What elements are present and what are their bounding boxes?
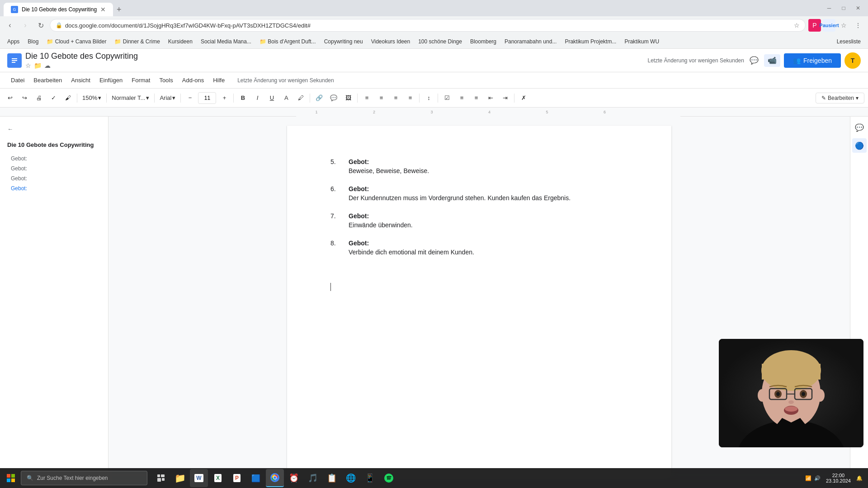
bookmark-star-icon[interactable]: ☆ xyxy=(794,22,800,29)
taskbar-word[interactable]: W xyxy=(190,469,208,487)
justify-button[interactable]: ≡ xyxy=(404,92,416,104)
start-button[interactable] xyxy=(2,469,20,487)
bullet-list-button[interactable]: ≡ xyxy=(455,92,468,104)
bookmark-copywriting[interactable]: Copywriting neu xyxy=(321,37,367,47)
font-size-increase-button[interactable]: + xyxy=(218,92,231,104)
bookmark-bloomberg[interactable]: Bloomberg xyxy=(467,37,500,47)
underline-button[interactable]: U xyxy=(265,92,278,104)
align-center-button[interactable]: ≡ xyxy=(375,92,387,104)
menu-hilfe[interactable]: Hilfe xyxy=(209,75,228,85)
bookmark-praktikum2[interactable]: Praktikum WU xyxy=(621,37,663,47)
italic-button[interactable]: I xyxy=(251,92,264,104)
tab-close-button[interactable]: ✕ xyxy=(100,6,106,13)
star-icon[interactable]: ☆ xyxy=(25,62,31,69)
numbered-list-button[interactable]: ≡ xyxy=(470,92,482,104)
taskbar-app-10[interactable]: 📱 xyxy=(361,469,379,487)
bookmark-button[interactable]: ☆ xyxy=(837,19,850,32)
redo-button[interactable]: ↪ xyxy=(18,92,31,104)
sidebar-back-button[interactable]: ← xyxy=(4,124,104,134)
profile-button[interactable]: Pausiert xyxy=(823,19,835,32)
menu-tools[interactable]: Tools xyxy=(156,75,176,85)
print-button[interactable]: 🖨 xyxy=(33,92,45,104)
bookmark-dinner[interactable]: 📁 Dinner & Crime xyxy=(111,37,163,47)
move-icon[interactable]: 📁 xyxy=(34,62,42,69)
bookmark-100dinge[interactable]: 100 schöne Dinge xyxy=(415,37,466,47)
increase-indent-button[interactable]: ⇥ xyxy=(499,92,511,104)
font-size-decrease-button[interactable]: − xyxy=(184,92,196,104)
line-spacing-button[interactable]: ↕ xyxy=(422,92,435,104)
new-tab-button[interactable]: + xyxy=(113,3,125,16)
image-button[interactable]: 🖼 xyxy=(342,92,354,104)
font-select[interactable]: Arial ▾ xyxy=(157,92,178,104)
taskbar-clock-app[interactable]: ⏰ xyxy=(285,469,303,487)
address-bar[interactable]: 🔒 docs.google.com/document/d/1JSojgHRq3E… xyxy=(50,19,806,32)
spellcheck-button[interactable]: ✓ xyxy=(47,92,60,104)
bold-button[interactable]: B xyxy=(236,92,249,104)
volume-icon[interactable]: 🔊 xyxy=(814,475,821,481)
menu-format[interactable]: Format xyxy=(128,75,154,85)
menu-ansicht[interactable]: Ansicht xyxy=(67,75,94,85)
bearbeiten-mode-button[interactable]: ✎ Bearbeiten ▾ xyxy=(816,93,864,103)
doc-page[interactable]: 5. Gebot: Beweise, Beweise, Beweise. 6. … xyxy=(287,126,671,479)
taskbar-teams[interactable]: 🟦 xyxy=(247,469,265,487)
minimize-button[interactable]: ─ xyxy=(823,2,835,14)
taskbar-task-view[interactable] xyxy=(152,469,170,487)
highlight-button[interactable]: 🖊 xyxy=(294,92,307,104)
font-size-input[interactable] xyxy=(198,92,216,104)
text-color-button[interactable]: A xyxy=(280,92,292,104)
back-button[interactable]: ‹ xyxy=(4,19,16,32)
share-button[interactable]: 👥 Freigeben xyxy=(784,53,841,68)
style-select[interactable]: Normaler T... ▾ xyxy=(109,92,151,104)
bookmark-bois[interactable]: 📁 Bois d'Argent Duft... xyxy=(256,37,320,47)
clear-format-button[interactable]: ✗ xyxy=(517,92,530,104)
sidebar-item-gebot-2[interactable]: Gebot: xyxy=(4,164,104,174)
network-icon[interactable]: 📶 xyxy=(805,475,811,481)
undo-button[interactable]: ↩ xyxy=(4,92,16,104)
taskbar-spotify[interactable] xyxy=(380,469,398,487)
bookmark-videokurs[interactable]: Videokurs Ideen xyxy=(368,37,414,47)
taskbar-app-8[interactable]: 📋 xyxy=(323,469,341,487)
sidebar-item-gebot-4[interactable]: Gebot: xyxy=(4,183,104,193)
align-left-button[interactable]: ≡ xyxy=(360,92,373,104)
sidebar-item-gebot-3[interactable]: Gebot: xyxy=(4,174,104,183)
reading-mode-button[interactable]: Lesesliste xyxy=(833,37,864,47)
taskbar-file-explorer[interactable]: 📁 xyxy=(171,469,189,487)
bookmark-blog[interactable]: Blog xyxy=(24,37,42,47)
maximize-button[interactable]: □ xyxy=(837,2,850,14)
bookmark-panorama[interactable]: Panoramabahn und... xyxy=(501,37,560,47)
taskbar-powerpoint[interactable]: P xyxy=(228,469,246,487)
active-tab[interactable]: G Die 10 Gebote des Copywriting ✕ xyxy=(4,3,113,16)
menu-addons[interactable]: Add-ons xyxy=(179,75,208,85)
more-button[interactable]: ⋮ xyxy=(852,19,864,32)
right-sidebar-chat-icon[interactable]: 🔵 xyxy=(852,138,867,153)
bookmark-canva[interactable]: 📁 Cloud + Canva Bilder xyxy=(43,37,110,47)
taskbar-clock[interactable]: 22:00 23.10.2024 xyxy=(822,471,854,485)
comment-button[interactable]: 💬 xyxy=(748,54,760,67)
comment-insert-button[interactable]: 💬 xyxy=(327,92,340,104)
notification-icon[interactable]: 🔔 xyxy=(856,475,863,481)
docs-document-title[interactable]: Die 10 Gebote des Copywriting xyxy=(25,52,644,61)
taskbar-excel[interactable]: X xyxy=(209,469,227,487)
bookmark-apps[interactable]: Apps xyxy=(4,37,23,47)
menu-datei[interactable]: Datei xyxy=(7,75,28,85)
right-sidebar-comments-icon[interactable]: 💬 xyxy=(852,120,867,135)
menu-bearbeiten[interactable]: Bearbeiten xyxy=(30,75,66,85)
close-browser-button[interactable]: ✕ xyxy=(852,2,864,14)
menu-einfuegen[interactable]: Einfügen xyxy=(96,75,126,85)
taskbar-search-box[interactable]: 🔍 Zur Suche Text hier eingeben xyxy=(21,471,147,485)
bookmark-social[interactable]: Social Media Mana... xyxy=(197,37,255,47)
user-avatar[interactable]: T xyxy=(844,52,861,69)
zoom-select[interactable]: 150% ▾ xyxy=(80,92,104,104)
taskbar-chrome[interactable] xyxy=(266,469,284,487)
link-button[interactable]: 🔗 xyxy=(313,92,326,104)
checklist-button[interactable]: ☑ xyxy=(441,92,453,104)
paint-format-button[interactable]: 🖌 xyxy=(61,92,74,104)
align-right-button[interactable]: ≡ xyxy=(389,92,402,104)
meeting-button[interactable]: 📹 xyxy=(764,54,780,67)
sidebar-item-gebot-1[interactable]: Gebot: xyxy=(4,154,104,164)
decrease-indent-button[interactable]: ⇤ xyxy=(484,92,497,104)
forward-button[interactable]: › xyxy=(19,19,32,32)
cursor-area[interactable] xyxy=(330,283,628,291)
taskbar-app-7[interactable]: 🎵 xyxy=(304,469,322,487)
taskbar-chrome-2[interactable]: 🌐 xyxy=(342,469,360,487)
